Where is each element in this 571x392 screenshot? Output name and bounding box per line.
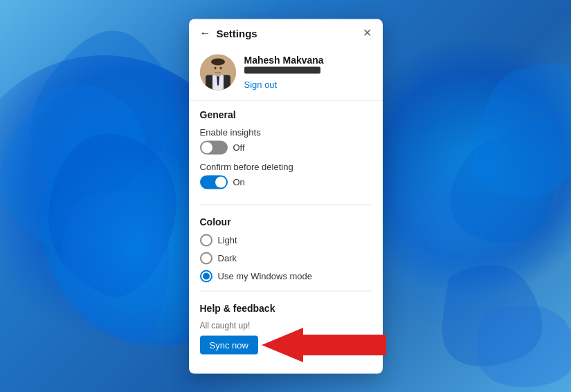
- avatar-image: [200, 54, 236, 90]
- colour-radio-group: Light Dark Use my Windows mode: [200, 234, 372, 282]
- colour-light-option[interactable]: Light: [200, 234, 372, 246]
- header-left: ← Settings: [200, 27, 257, 39]
- toggle-knob-insights: [201, 142, 212, 153]
- confirm-delete-row: Confirm before deleting On: [200, 161, 372, 189]
- settings-panel: ← Settings ✕: [189, 19, 383, 373]
- svg-point-7: [214, 66, 216, 69]
- colour-dark-label: Dark: [218, 253, 237, 263]
- enable-insights-toggle-row: Off: [200, 140, 372, 154]
- colour-windows-mode-radio[interactable]: [200, 270, 212, 282]
- colour-section-title: Colour: [200, 216, 372, 227]
- toggle-knob-confirm: [215, 176, 226, 187]
- svg-point-6: [211, 58, 225, 65]
- caught-up-status: All caught up!: [200, 320, 372, 330]
- svg-point-8: [219, 66, 221, 69]
- user-name: Mahesh Makvana: [244, 54, 372, 65]
- colour-dark-option[interactable]: Dark: [200, 252, 372, 264]
- sign-out-link[interactable]: Sign out: [244, 79, 278, 89]
- confirm-delete-toggle[interactable]: [200, 175, 228, 189]
- help-section: Help & feedback All caught up! Sync now: [189, 294, 383, 360]
- enable-insights-row: Enable insights Off: [200, 127, 372, 154]
- back-button[interactable]: ←: [200, 28, 211, 39]
- enable-insights-toggle[interactable]: [200, 140, 228, 154]
- close-button[interactable]: ✕: [363, 28, 372, 39]
- colour-light-label: Light: [218, 235, 237, 245]
- sync-now-button[interactable]: Sync now: [200, 335, 258, 354]
- radio-selected-indicator: [203, 272, 210, 279]
- general-section-title: General: [200, 109, 372, 120]
- colour-light-radio[interactable]: [200, 234, 212, 246]
- divider-2: [200, 290, 372, 291]
- confirm-delete-label: Confirm before deleting: [200, 161, 372, 171]
- colour-section: Colour Light Dark Use my Windows mode: [189, 207, 383, 288]
- colour-dark-radio[interactable]: [200, 252, 212, 264]
- help-section-title: Help & feedback: [200, 302, 372, 313]
- confirm-delete-toggle-row: On: [200, 175, 372, 189]
- panel-title: Settings: [217, 27, 257, 39]
- colour-windows-mode-option[interactable]: Use my Windows mode: [200, 270, 372, 282]
- avatar: [200, 54, 236, 90]
- confirm-delete-state-label: On: [233, 177, 245, 187]
- user-section: Mahesh Makvana Sign out: [189, 46, 383, 100]
- insights-state-label: Off: [233, 142, 245, 153]
- divider-1: [200, 204, 372, 205]
- enable-insights-label: Enable insights: [200, 127, 372, 137]
- general-section: General Enable insights Off Confirm befo…: [189, 100, 383, 201]
- panel-header: ← Settings ✕: [189, 19, 383, 46]
- user-info: Mahesh Makvana Sign out: [244, 54, 372, 90]
- colour-windows-mode-label: Use my Windows mode: [218, 271, 313, 281]
- user-email-redacted: [244, 66, 320, 73]
